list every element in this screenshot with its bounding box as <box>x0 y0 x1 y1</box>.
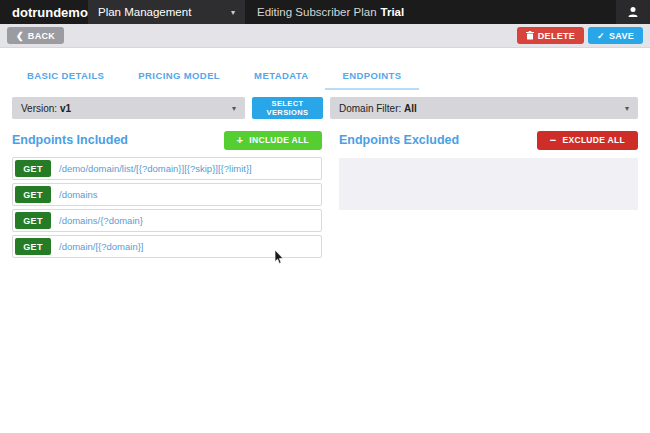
action-toolbar: ❮ BACK DELETE ✓ SAVE <box>0 24 650 48</box>
excluded-endpoint-dropzone[interactable] <box>339 158 638 210</box>
top-nav-bar: dotrundemo Plan Management ▾ Editing Sub… <box>0 0 650 24</box>
user-icon <box>627 6 639 18</box>
include-all-button[interactable]: + INCLUDE ALL <box>224 131 322 150</box>
module-dropdown[interactable]: Plan Management ▾ <box>88 0 245 24</box>
page-title-prefix: Editing Subscriber Plan <box>257 6 377 18</box>
user-account-button[interactable] <box>616 0 650 24</box>
trash-icon <box>526 31 534 40</box>
module-dropdown-label: Plan Management <box>98 6 191 18</box>
version-dropdown[interactable]: Version: v1 ▾ <box>12 97 245 119</box>
http-method-badge: GET <box>15 212 51 229</box>
endpoint-row[interactable]: GET /domains <box>12 183 322 206</box>
endpoint-row[interactable]: GET /demo/domain/list/[{?domain}][{?skip… <box>12 157 322 180</box>
exclude-all-button[interactable]: − EXCLUDE ALL <box>537 131 638 150</box>
back-button[interactable]: ❮ BACK <box>7 27 64 44</box>
endpoint-row[interactable]: GET /domain/[{?domain}] <box>12 235 322 258</box>
tab-bar: BASIC DETAILS PRICING MODEL METADATA END… <box>10 65 650 90</box>
exclude-all-label: EXCLUDE ALL <box>563 135 626 145</box>
version-dropdown-value: Version: v1 <box>21 103 71 114</box>
delete-button-label: DELETE <box>538 31 575 41</box>
tab-metadata[interactable]: METADATA <box>237 65 325 90</box>
endpoint-path: /domain/[{?domain}] <box>59 241 144 252</box>
domain-filter-value: Domain Filter: All <box>339 103 417 114</box>
include-all-label: INCLUDE ALL <box>249 135 309 145</box>
chevron-down-icon: ▾ <box>625 104 629 113</box>
back-button-label: BACK <box>28 31 55 41</box>
excluded-header: Endpoints Excluded − EXCLUDE ALL <box>339 130 638 150</box>
tab-endpoints[interactable]: ENDPOINTS <box>325 65 418 90</box>
filter-row: Version: v1 ▾ SELECT VERSIONS Domain Fil… <box>12 97 638 119</box>
http-method-badge: GET <box>15 238 51 255</box>
save-button-label: SAVE <box>609 31 634 41</box>
select-versions-button[interactable]: SELECT VERSIONS <box>252 97 323 119</box>
plus-icon: + <box>237 135 244 146</box>
delete-button[interactable]: DELETE <box>517 27 584 44</box>
http-method-badge: GET <box>15 160 51 177</box>
chevron-down-icon: ▾ <box>232 104 236 113</box>
domain-filter-dropdown[interactable]: Domain Filter: All ▾ <box>330 97 638 119</box>
app-logo: dotrundemo <box>0 0 88 24</box>
http-method-badge: GET <box>15 186 51 203</box>
endpoint-path: /demo/domain/list/[{?domain}][{?skip}][{… <box>59 163 252 174</box>
chevron-left-icon: ❮ <box>16 31 24 41</box>
chevron-down-icon: ▾ <box>231 8 235 17</box>
endpoints-excluded-panel: Endpoints Excluded − EXCLUDE ALL <box>339 130 638 261</box>
tab-basic-details[interactable]: BASIC DETAILS <box>10 65 121 90</box>
included-endpoint-list: GET /demo/domain/list/[{?domain}][{?skip… <box>12 157 322 258</box>
endpoint-path: /domains/{?domain} <box>59 215 143 226</box>
page-title-plan-name: Trial <box>381 6 405 18</box>
endpoint-row[interactable]: GET /domains/{?domain} <box>12 209 322 232</box>
included-title: Endpoints Included <box>12 133 128 147</box>
tab-pricing-model[interactable]: PRICING MODEL <box>121 65 237 90</box>
endpoint-path: /domains <box>59 189 98 200</box>
excluded-title: Endpoints Excluded <box>339 133 459 147</box>
minus-icon: − <box>550 135 557 146</box>
page-title: Editing Subscriber Plan Trial <box>245 0 404 24</box>
included-header: Endpoints Included + INCLUDE ALL <box>12 130 322 150</box>
endpoints-included-panel: Endpoints Included + INCLUDE ALL GET /de… <box>12 130 322 261</box>
endpoints-panels: Endpoints Included + INCLUDE ALL GET /de… <box>12 130 638 261</box>
check-icon: ✓ <box>597 31 605 41</box>
save-button[interactable]: ✓ SAVE <box>588 27 643 44</box>
